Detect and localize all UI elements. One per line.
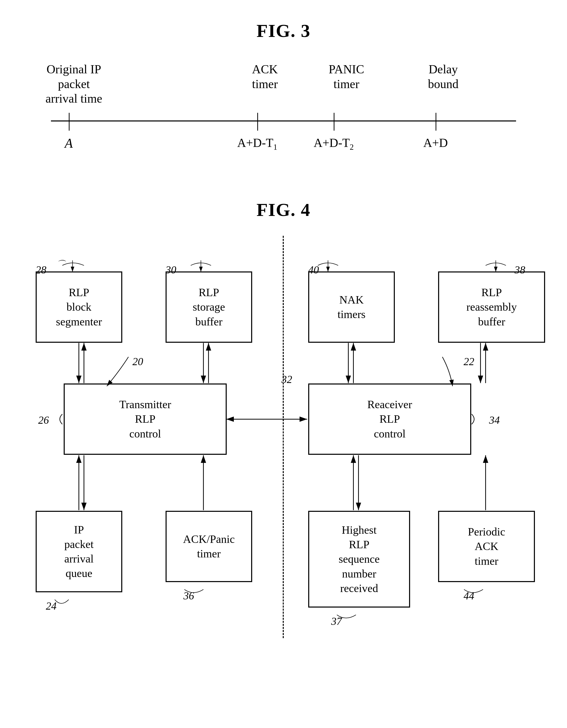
fig4-section: FIG. 4 RLPblocksegmenter 28 ⌒ RLPstorage… <box>31 199 536 643</box>
label-44: 44 <box>464 590 474 602</box>
label-22: 22 <box>464 355 474 368</box>
box-nak-timers: NAKtimers <box>308 271 395 343</box>
label-panic-timer: PANICtimer <box>319 62 375 91</box>
label-36: 36 <box>183 590 194 602</box>
fig3-title: FIG. 3 <box>31 20 536 42</box>
box-periodic-ack-timer: PeriodicACKtimer <box>438 511 535 582</box>
box-rlp-block-segmenter: RLPblocksegmenter <box>36 271 122 343</box>
tick-label-adt2: A+D-T2 <box>314 136 354 152</box>
bracket-28: ⌒ <box>56 258 65 271</box>
label-24: 24 <box>46 600 57 612</box>
box-ack-panic-timer: ACK/Panictimer <box>165 511 252 582</box>
box-rlp-reassembly-buffer: RLPreassemblybuffer <box>438 271 545 343</box>
label-40: 40 <box>308 264 319 276</box>
box-highest-rlp-seq: HighestRLPsequencenumberreceived <box>308 511 410 608</box>
label-28: 28 <box>36 264 46 276</box>
box-ip-packet-arrival-queue: IPpacketarrivalqueue <box>36 511 122 592</box>
fig4-title: FIG. 4 <box>31 199 536 221</box>
diagram: RLPblocksegmenter 28 ⌒ RLPstoragebuffer … <box>31 236 536 643</box>
tick-ack-timer <box>257 113 258 131</box>
box-transmitter-rlp-control: TransmitterRLPcontrol <box>64 383 227 455</box>
tick-a <box>69 113 69 131</box>
label-20: 20 <box>132 355 143 368</box>
box-rlp-storage-buffer: RLPstoragebuffer <box>165 271 252 343</box>
tick-label-a: A <box>65 136 73 151</box>
label-37: 37 <box>331 615 342 627</box>
label-26: 26 <box>38 414 49 426</box>
label-30: 30 <box>165 264 176 276</box>
tick-delay-bound <box>436 113 436 131</box>
label-38: 38 <box>515 264 525 276</box>
tick-label-ad: A+D <box>423 136 448 150</box>
timeline-line <box>51 120 516 121</box>
label-original-ip: Original IPpacketarrival time <box>41 62 107 106</box>
dashed-divider <box>283 236 284 638</box>
label-34: 34 <box>489 414 500 426</box>
label-delay-bound: Delaybound <box>418 62 469 91</box>
tick-panic-timer <box>334 113 335 131</box>
label-32: 32 <box>281 373 292 386</box>
timeline-section: Original IPpacketarrival time ACKtimer P… <box>31 62 536 169</box>
tick-label-adt1: A+D-T1 <box>237 136 277 152</box>
box-reaceiver-rlp-control: ReaceiverRLPcontrol <box>308 383 471 455</box>
label-ack-timer: ACKtimer <box>239 62 291 91</box>
